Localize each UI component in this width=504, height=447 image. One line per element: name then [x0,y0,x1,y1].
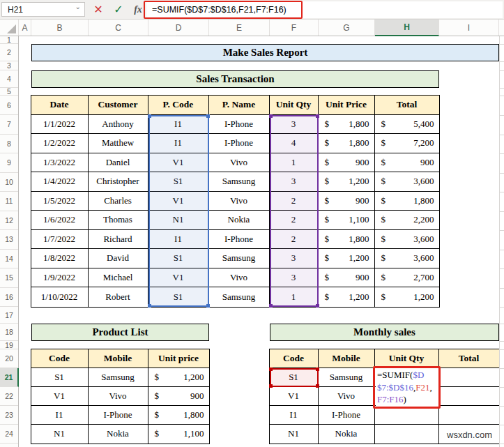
cell[interactable]: 2 [270,192,319,211]
header-cell[interactable]: P. Code [148,96,209,114]
cell[interactable]: $1,800 [319,115,375,134]
cell[interactable]: Samsung [209,287,270,307]
cell[interactable]: $900 [319,153,375,172]
header-cell[interactable]: Total [439,349,499,368]
header-cell[interactable]: Code [270,349,319,368]
cell[interactable]: I1 [148,134,209,153]
cell[interactable]: I1 [270,406,319,424]
cell[interactable]: I1 [148,115,209,134]
cell[interactable]: Samsung [209,249,270,268]
row-header-12[interactable]: 12 [0,211,18,231]
cell[interactable]: V1 [270,387,319,405]
header-cell[interactable]: Unit Qty [375,349,439,368]
cell[interactable]: 1/7/2022 [31,230,89,249]
cell[interactable]: 4 [270,134,319,153]
cell[interactable]: S1 [148,249,209,268]
header-cell[interactable]: Code [31,349,89,368]
cell[interactable]: $1,100 [319,211,375,229]
row-header-24[interactable]: 24 [0,425,18,444]
cell[interactable]: 1/4/2022 [31,172,89,191]
cell[interactable] [439,387,499,405]
fx-icon[interactable]: fx [130,2,146,17]
header-cell[interactable]: P. Name [209,96,270,114]
cell[interactable]: I-Phone [319,406,375,424]
cell[interactable]: $2,200 [375,211,439,229]
cell[interactable]: Anthony [89,115,148,134]
cell[interactable]: Daniel [89,153,148,172]
cell[interactable]: 1/5/2022 [31,192,89,211]
cell[interactable]: Nokia [89,425,148,444]
sales-transaction-title-cell[interactable]: Sales Transaction [31,70,439,88]
cell[interactable] [375,406,439,424]
row-header-9[interactable]: 9 [0,153,18,173]
cell[interactable]: Matthew [89,134,148,153]
row-header-18[interactable]: 18 [0,324,18,341]
cell[interactable]: Christopher [89,172,148,191]
row-header-15[interactable]: 15 [0,268,18,288]
cell[interactable]: $1,800 [319,230,375,249]
cell[interactable]: N1 [270,425,319,444]
cell[interactable]: Vivo [209,192,270,211]
cell[interactable]: V1 [148,192,209,211]
cell[interactable]: I1 [148,230,209,249]
cell[interactable]: Vivo [209,268,270,287]
cell[interactable]: Charles [89,192,148,211]
column-header-B[interactable]: B [31,20,89,36]
chevron-down-icon[interactable]: ⌄ [75,3,81,10]
name-box[interactable]: H21 ⌄ [1,2,85,17]
cell[interactable]: I-Phone [209,230,270,249]
cell[interactable]: $1,200 [319,287,375,307]
row-header-4[interactable]: 4 [0,70,18,88]
cell[interactable]: 1/8/2022 [31,249,89,268]
row-header-17[interactable]: 17 [0,307,18,324]
cell[interactable]: $900 [375,153,439,172]
header-cell[interactable]: Customer [89,96,148,114]
header-cell[interactable]: Mobile [319,349,375,368]
cell[interactable]: $1,100 [148,425,209,444]
column-header-H[interactable]: H [375,20,439,36]
cell[interactable]: $1,200 [319,172,375,191]
cell[interactable]: Thomas [89,211,148,229]
row-header-13[interactable]: 13 [0,230,18,250]
cell[interactable]: $1,800 [148,406,209,424]
cell[interactable] [375,425,439,444]
cell[interactable]: $7,200 [375,134,439,153]
column-header-F[interactable]: F [270,20,319,36]
cell[interactable]: Michael [89,268,148,287]
cell[interactable]: Richard [89,230,148,249]
column-header-A[interactable]: A [19,20,31,36]
cell[interactable]: $900 [319,268,375,287]
cell[interactable]: $900 [148,387,209,405]
cell[interactable]: I-Phone [209,115,270,134]
row-header-19[interactable]: 19 [0,341,18,349]
row-header-1[interactable]: 1 [0,36,18,44]
cell[interactable]: S1 [31,368,89,386]
cell[interactable]: $3,600 [375,172,439,191]
header-cell[interactable]: Unit price [148,349,209,368]
cell[interactable]: S1 [148,287,209,307]
cell[interactable]: I-Phone [89,406,148,424]
cell[interactable]: $1,800 [375,192,439,211]
row-header-11[interactable]: 11 [0,192,18,211]
header-cell[interactable]: Total [375,96,439,114]
cell[interactable]: N1 [31,425,89,444]
cell[interactable]: Samsung [319,368,375,386]
cell[interactable]: 3 [270,249,319,268]
row-header-2[interactable]: 2 [0,44,18,61]
report-title-cell[interactable]: Make Sales Report [31,44,499,61]
cell[interactable]: 2 [270,230,319,249]
monthly-sales-title-cell[interactable]: Monthly sales [270,324,499,341]
cell[interactable]: Robert [89,287,148,307]
cell[interactable]: I1 [31,406,89,424]
cell[interactable]: 1/1/2022 [31,115,89,134]
cell[interactable] [439,406,499,424]
row-header-10[interactable]: 10 [0,173,18,192]
cell[interactable]: 3 [270,115,319,134]
row-header-23[interactable]: 23 [0,406,18,425]
cell[interactable]: $1,200 [375,287,439,307]
cell[interactable]: 1/3/2022 [31,153,89,172]
header-cell[interactable]: Unit Qty [270,96,319,114]
row-header-20[interactable]: 20 [0,349,18,368]
row-header-7[interactable]: 7 [0,115,18,135]
cell[interactable]: Vivo [89,387,148,405]
